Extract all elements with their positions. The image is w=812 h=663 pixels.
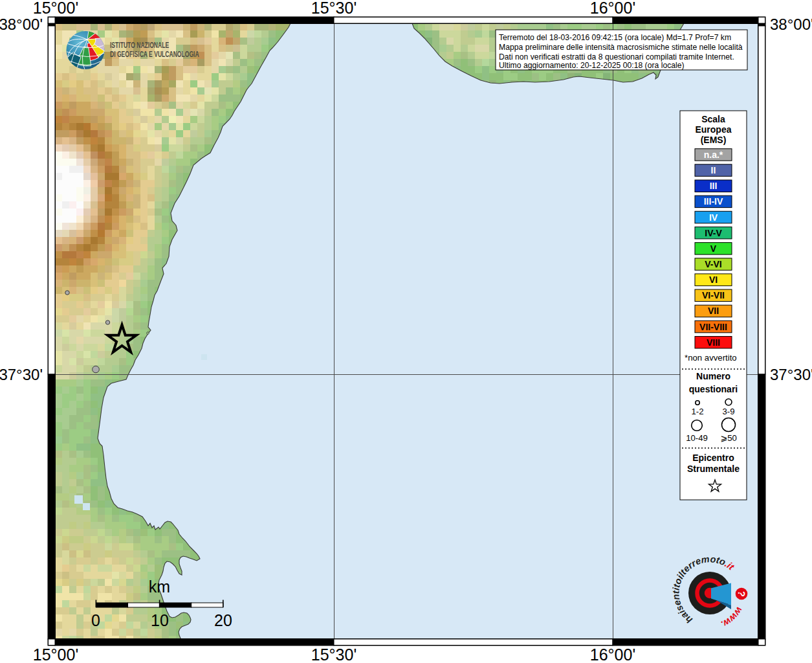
svg-text:Terremoto del 18-03-2016 09:42: Terremoto del 18-03-2016 09:42:15 (ora l… xyxy=(499,33,731,42)
svg-text:20: 20 xyxy=(214,611,232,629)
svg-text:n.a.*: n.a.* xyxy=(704,150,723,160)
svg-text:DI GEOFISICA E VULCANOLOGIA: DI GEOFISICA E VULCANOLOGIA xyxy=(110,49,199,58)
svg-text:0: 0 xyxy=(91,611,100,629)
svg-text:VIII: VIII xyxy=(707,337,720,348)
svg-text:Dati non verificati estratti d: Dati non verificati estratti da 8 questi… xyxy=(499,52,734,62)
svg-text:III: III xyxy=(710,181,718,191)
svg-text:VI-VII: VI-VII xyxy=(702,290,725,300)
svg-text:Mappa preliminare delle intens: Mappa preliminare delle intensità macros… xyxy=(499,43,743,52)
svg-text:IV-V: IV-V xyxy=(705,228,722,238)
svg-text:15°00': 15°00' xyxy=(33,0,78,17)
svg-text:III-IV: III-IV xyxy=(704,196,723,207)
svg-text:ISTITUTO NAZIONALE: ISTITUTO NAZIONALE xyxy=(110,40,169,49)
svg-text:Scala: Scala xyxy=(701,114,725,124)
svg-text:VII: VII xyxy=(708,306,719,316)
svg-text:V: V xyxy=(710,243,717,254)
svg-text:Ultimo aggiornamento: 20-12-20: Ultimo aggiornamento: 20-12-2025 00:18 (… xyxy=(499,61,685,70)
svg-text:Europea: Europea xyxy=(695,124,731,135)
svg-text:15°30': 15°30' xyxy=(311,646,357,663)
svg-text:3-9: 3-9 xyxy=(722,407,734,416)
svg-text:38°00': 38°00' xyxy=(0,16,43,33)
svg-text:VII-VIII: VII-VIII xyxy=(699,322,727,332)
svg-text:Numero: Numero xyxy=(696,371,730,381)
svg-text:16°00': 16°00' xyxy=(590,646,635,663)
svg-text:km: km xyxy=(149,578,170,596)
svg-text:V-VI: V-VI xyxy=(705,259,721,269)
svg-text:15°00': 15°00' xyxy=(33,646,78,663)
svg-text:37°30': 37°30' xyxy=(0,366,43,383)
svg-text:*non avvertito: *non avvertito xyxy=(685,353,737,363)
svg-text:(EMS): (EMS) xyxy=(701,135,727,145)
svg-text:16°00': 16°00' xyxy=(590,0,635,17)
svg-text:15°30': 15°30' xyxy=(311,0,357,17)
svg-text:Strumentale: Strumentale xyxy=(687,464,740,474)
svg-text:IV: IV xyxy=(709,212,718,223)
svg-text:Epicentro: Epicentro xyxy=(692,453,734,463)
svg-text:questionari: questionari xyxy=(689,384,738,394)
svg-text:38°00': 38°00' xyxy=(770,16,812,33)
svg-text:1-2: 1-2 xyxy=(691,407,703,416)
svg-text:10-49: 10-49 xyxy=(686,433,708,443)
svg-text:37°30': 37°30' xyxy=(770,366,812,383)
svg-text:II: II xyxy=(711,165,716,175)
svg-text:VI: VI xyxy=(709,275,718,285)
svg-text:10: 10 xyxy=(151,611,169,629)
svg-text:⩾50: ⩾50 xyxy=(720,433,737,443)
